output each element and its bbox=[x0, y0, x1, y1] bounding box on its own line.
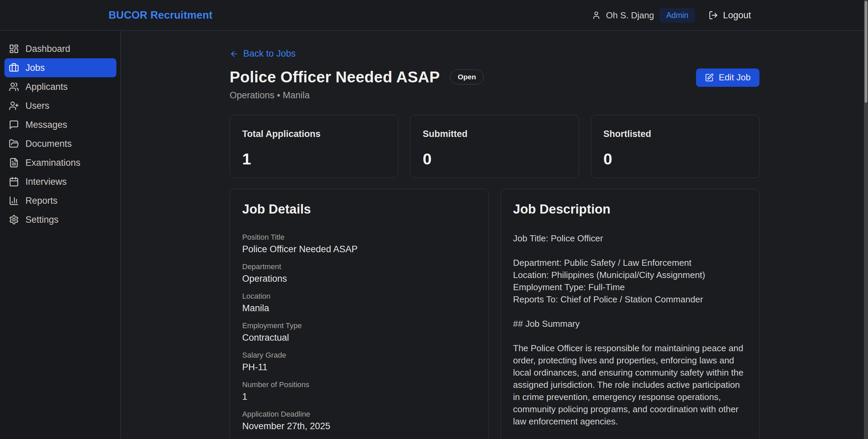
field-position-title: Position Title Police Officer Needed ASA… bbox=[242, 232, 476, 255]
job-details-panel: Job Details Position Title Police Office… bbox=[230, 189, 489, 439]
sidebar-item-label: Reports bbox=[25, 196, 58, 206]
main-area: Back to Jobs Police Officer Needed ASAP … bbox=[121, 31, 868, 439]
stat-label: Total Applications bbox=[242, 129, 386, 139]
panels-grid: Job Details Position Title Police Office… bbox=[230, 189, 759, 439]
scrollbar-thumb[interactable] bbox=[865, 1, 867, 103]
field-value: PH-11 bbox=[242, 361, 476, 373]
job-description-body: Job Title: Police Officer Department: Pu… bbox=[513, 232, 747, 439]
bar-chart-icon bbox=[9, 196, 19, 206]
title-row: Police Officer Needed ASAP Open Operatio… bbox=[230, 68, 759, 101]
field-department: Department Operations bbox=[242, 262, 476, 285]
gear-icon bbox=[9, 215, 19, 225]
field-location: Location Manila bbox=[242, 291, 476, 314]
file-text-icon bbox=[9, 158, 19, 168]
job-details-heading: Job Details bbox=[242, 202, 476, 217]
stat-label: Shortlisted bbox=[603, 129, 747, 139]
brand-logo: BUCOR Recruitment bbox=[109, 0, 213, 31]
field-value: 1 bbox=[242, 391, 476, 403]
stat-label: Submitted bbox=[423, 129, 566, 139]
sidebar-item-label: Documents bbox=[25, 139, 72, 149]
stat-value: 0 bbox=[603, 149, 747, 168]
field-value: November 27th, 2025 bbox=[242, 420, 476, 432]
field-value: Contractual bbox=[242, 332, 476, 344]
back-link-label: Back to Jobs bbox=[243, 48, 296, 59]
layout-dashboard-icon bbox=[9, 44, 19, 54]
sidebar-item-settings[interactable]: Settings bbox=[4, 210, 116, 229]
stat-value: 1 bbox=[242, 149, 386, 168]
edit-job-button[interactable]: Edit Job bbox=[696, 68, 759, 87]
stats-grid: Total Applications 1 Submitted 0 Shortli… bbox=[230, 115, 759, 178]
stat-card-shortlisted: Shortlisted 0 bbox=[591, 115, 759, 178]
sidebar-item-jobs[interactable]: Jobs bbox=[4, 58, 116, 77]
sidebar-item-reports[interactable]: Reports bbox=[4, 191, 116, 210]
field-label: Application Deadline bbox=[242, 409, 476, 419]
page-scrollbar[interactable] bbox=[864, 0, 868, 439]
content-container: Back to Jobs Police Officer Needed ASAP … bbox=[230, 31, 759, 439]
calendar-icon bbox=[9, 177, 19, 187]
field-label: Employment Type bbox=[242, 321, 476, 331]
field-label: Salary Grade bbox=[242, 350, 476, 360]
field-employment-type: Employment Type Contractual bbox=[242, 321, 476, 344]
field-label: Position Title bbox=[242, 232, 476, 242]
top-header: BUCOR Recruitment Oh S. Djang Admin Logo… bbox=[0, 0, 868, 31]
user-plus-icon bbox=[9, 101, 19, 111]
sidebar-item-messages[interactable]: Messages bbox=[4, 115, 116, 134]
sidebar-item-label: Applicants bbox=[25, 82, 68, 92]
arrow-left-icon bbox=[230, 49, 238, 58]
field-value: Operations bbox=[242, 273, 476, 285]
header-right-cluster: Oh S. Djang Admin Logout bbox=[592, 0, 751, 31]
page-title: Police Officer Needed ASAP bbox=[230, 68, 440, 86]
sidebar-item-examinations[interactable]: Examinations bbox=[4, 153, 116, 172]
sidebar-item-applicants[interactable]: Applicants bbox=[4, 77, 116, 96]
edit-pen-icon bbox=[705, 73, 714, 82]
stat-card-submitted: Submitted 0 bbox=[410, 115, 579, 178]
sidebar-item-documents[interactable]: Documents bbox=[4, 134, 116, 153]
app-window: BUCOR Recruitment Oh S. Djang Admin Logo… bbox=[0, 0, 868, 439]
status-badge: Open bbox=[450, 69, 484, 84]
field-label: Department bbox=[242, 262, 476, 272]
title-block: Police Officer Needed ASAP Open Operatio… bbox=[230, 68, 484, 101]
field-salary-grade: Salary Grade PH-11 bbox=[242, 350, 476, 373]
back-to-jobs-link[interactable]: Back to Jobs bbox=[230, 48, 296, 59]
folder-open-icon bbox=[9, 139, 19, 149]
field-number-of-positions: Number of Positions 1 bbox=[242, 380, 476, 403]
stat-value: 0 bbox=[423, 149, 566, 168]
job-description-panel: Job Description Job Title: Police Office… bbox=[501, 189, 760, 439]
sidebar-item-label: Examinations bbox=[25, 158, 80, 168]
field-value: Police Officer Needed ASAP bbox=[242, 243, 476, 255]
sidebar-item-dashboard[interactable]: Dashboard bbox=[4, 39, 116, 58]
field-label: Number of Positions bbox=[242, 380, 476, 390]
sidebar-item-label: Messages bbox=[25, 120, 67, 130]
sidebar-item-label: Users bbox=[25, 101, 50, 111]
sidebar-nav: Dashboard Jobs Applicants Users Messages bbox=[0, 31, 121, 439]
user-icon bbox=[592, 11, 601, 20]
users-icon bbox=[9, 82, 19, 92]
sidebar-item-users[interactable]: Users bbox=[4, 96, 116, 115]
briefcase-icon bbox=[9, 63, 19, 73]
field-label: Location bbox=[242, 291, 476, 301]
sidebar-item-label: Dashboard bbox=[25, 44, 70, 54]
sidebar-item-label: Jobs bbox=[25, 63, 45, 73]
user-name: Oh S. Djang bbox=[606, 10, 654, 21]
user-info: Oh S. Djang Admin bbox=[592, 8, 695, 23]
sidebar-item-label: Settings bbox=[25, 215, 59, 225]
stat-card-total-applications: Total Applications 1 bbox=[230, 115, 398, 178]
field-value: Manila bbox=[242, 302, 476, 314]
sidebar-item-label: Interviews bbox=[25, 177, 67, 187]
message-square-icon bbox=[9, 120, 19, 130]
logout-label: Logout bbox=[723, 10, 751, 21]
job-subtitle: Operations • Manila bbox=[230, 90, 484, 101]
role-badge: Admin bbox=[659, 8, 695, 23]
field-application-deadline: Application Deadline November 27th, 2025 bbox=[242, 409, 476, 432]
logout-icon bbox=[709, 11, 718, 20]
logout-button[interactable]: Logout bbox=[709, 10, 751, 21]
edit-job-label: Edit Job bbox=[719, 72, 751, 83]
job-description-heading: Job Description bbox=[513, 202, 747, 217]
sidebar-item-interviews[interactable]: Interviews bbox=[4, 172, 116, 191]
